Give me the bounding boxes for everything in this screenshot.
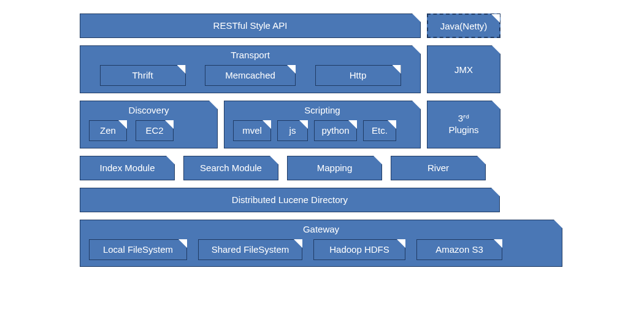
gateway-box: Gateway Local FileSystem Shared FileSyst… [80,220,562,267]
gateway-item-hdfs: Hadoop HDFS [313,239,405,260]
transport-item-http: Http [315,65,401,86]
gateway-item-shared: Shared FileSystem [198,239,302,260]
discovery-item-zen: Zen [89,120,127,141]
index-module-box: Index Module [80,156,175,180]
gateway-item-s3: Amazon S3 [416,239,502,260]
scripting-item-js: js [277,120,308,141]
row-modules: Index Module Search Module Mapping River [80,156,564,180]
transport-item-memcached: Memcached [205,65,296,86]
row-lucene: Distributed Lucene Directory [80,188,564,212]
mapping-box: Mapping [287,156,382,180]
plugins-label-bottom: Plugins [448,125,478,136]
java-netty-box: Java(Netty) [427,13,500,38]
discovery-title: Discovery [80,101,217,120]
discovery-box: Discovery Zen EC2 [80,101,218,148]
transport-box: Transport Thrift Memcached Http [80,45,421,93]
gateway-item-local: Local FileSystem [89,239,187,260]
search-module-box: Search Module [183,156,278,180]
architecture-diagram: RESTful Style API Java(Netty) Transport … [80,13,564,267]
scripting-title: Scripting [224,101,420,120]
scripting-item-mvel: mvel [233,120,271,141]
row-transport: Transport Thrift Memcached Http JMX [80,45,564,93]
transport-title: Transport [80,46,420,65]
river-box: River [391,156,486,180]
row-api: RESTful Style API Java(Netty) [80,13,564,38]
scripting-item-etc: Etc. [363,120,396,141]
plugins-box: 3ʳᵈ Plugins [427,101,500,148]
transport-item-thrift: Thrift [100,65,186,86]
discovery-item-ec2: EC2 [136,120,174,141]
gateway-title: Gateway [80,220,562,239]
scripting-item-python: python [314,120,357,141]
row-discovery-scripting: Discovery Zen EC2 Scripting mvel js pyth… [80,101,564,148]
lucene-directory-box: Distributed Lucene Directory [80,188,500,212]
plugins-label-top: 3ʳᵈ [458,113,469,125]
jmx-box: JMX [427,45,500,93]
row-gateway: Gateway Local FileSystem Shared FileSyst… [80,220,564,267]
scripting-box: Scripting mvel js python Etc. [224,101,421,148]
jmx-label: JMX [454,64,473,75]
restful-api-box: RESTful Style API [80,13,421,38]
